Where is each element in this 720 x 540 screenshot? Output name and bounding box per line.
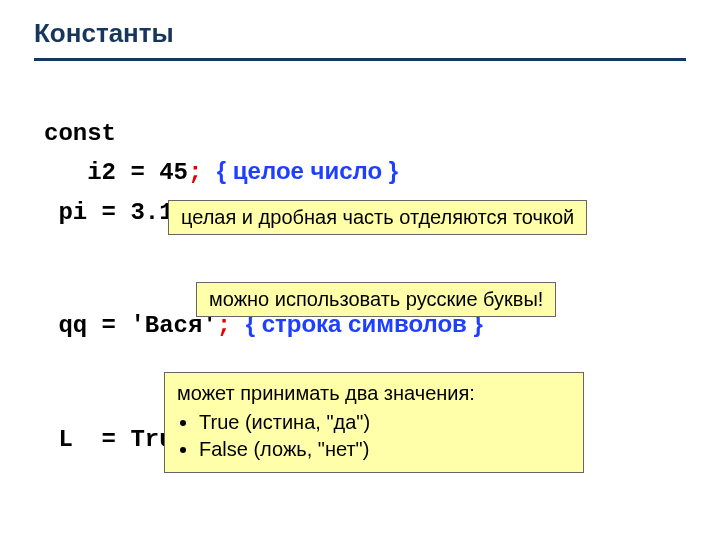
list-item: False (ложь, "нет") (199, 436, 571, 463)
code-line-int: i2 = 45 (44, 159, 188, 186)
slide: Константы const i2 = 45; { целое число }… (0, 0, 720, 540)
note-boolean-head: может принимать два значения: (177, 380, 571, 407)
slide-title: Константы (34, 18, 174, 49)
semi-icon: ; (188, 159, 202, 186)
code-line-str: qq = 'Вася' (44, 312, 217, 339)
divider (34, 58, 686, 61)
note-russian-letters: можно использовать русские буквы! (196, 282, 556, 317)
note-boolean-values: может принимать два значения: True (исти… (164, 372, 584, 473)
list-item: True (истина, "да") (199, 409, 571, 436)
code-line-real: pi = 3.14 (44, 199, 188, 226)
note-decimal-point: целая и дробная часть отделяются точкой (168, 200, 587, 235)
comment-int: { целое число } (217, 157, 398, 184)
keyword-const: const (44, 120, 116, 147)
note-boolean-list: True (истина, "да") False (ложь, "нет") (177, 409, 571, 463)
